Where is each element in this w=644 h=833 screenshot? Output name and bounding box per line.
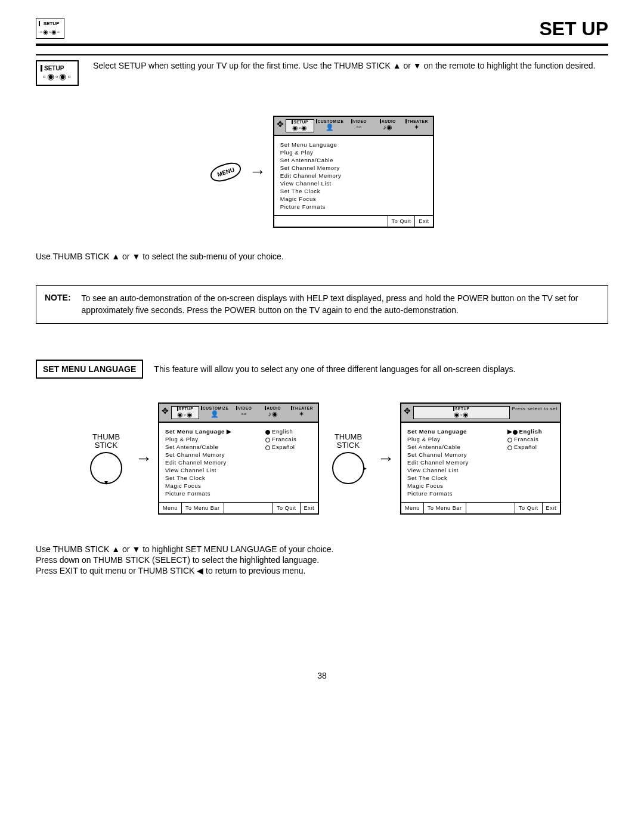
osd-footer: To Quit Exit: [274, 215, 433, 227]
osd-footer-bar: To Menu Bar: [182, 503, 224, 513]
arrow-right-icon: →: [377, 450, 394, 467]
osd-item: Plug & Play: [407, 435, 507, 443]
osd-item: Set Menu Language: [280, 141, 427, 148]
nav-cross-icon: ✥: [162, 406, 169, 419]
setup-icon-graphic: ▫◉◦◉▫: [40, 29, 60, 35]
osd-item: Edit Channel Memory: [280, 172, 427, 179]
setup-icon-big-graphic: ▫◉◦◉▫: [43, 72, 72, 81]
audio-tab-icon: ♪◉: [383, 123, 393, 131]
note-text: To see an auto-demonstration of the on-s…: [82, 293, 599, 316]
osd-tab-customize: CUSTOMIZE👤: [201, 406, 229, 419]
lang-opt: English: [265, 428, 312, 435]
osd-col-right: English Francais Español: [265, 428, 312, 497]
arrow-right-icon: →: [135, 450, 152, 467]
osd-tab-video: VIDEO▫▫: [345, 119, 372, 132]
osd-tab-customize: CUSTOMIZE👤: [316, 119, 344, 132]
note-label: NOTE:: [45, 293, 71, 316]
osd-item: Edit Channel Memory: [407, 459, 507, 466]
osd-item: View Channel List: [165, 466, 265, 474]
osd-footer-exit: Exit: [415, 216, 432, 227]
instruction-line: Press EXIT to quit menu or THUMB STICK ◀…: [36, 566, 608, 575]
osd-footer-quit: To Quit: [273, 503, 301, 513]
rule-thin: [36, 54, 608, 55]
osd-footer-spacer: [224, 503, 273, 513]
sub-instruction: Use THUMB STICK ▲ or ▼ to select the sub…: [36, 252, 608, 261]
thumb-stick-icon: [90, 452, 122, 484]
intro-row: SETUP ▫◉◦◉▫ Select SETUP when setting yo…: [36, 60, 608, 86]
osd-footer-spacer: [274, 216, 388, 227]
instruction-line: Use THUMB STICK ▲ or ▼ to highlight SET …: [36, 544, 608, 554]
osd-item: Magic Focus: [407, 482, 507, 490]
osd-footer: Menu To Menu Bar To Quit Exit: [401, 502, 560, 513]
osd-footer-bar: To Menu Bar: [424, 503, 466, 513]
osd-item: Magic Focus: [165, 482, 265, 490]
radio-icon: [265, 438, 270, 442]
thumb-stick-mid: THUMBSTICK: [325, 433, 371, 485]
osd-col-left: Set Menu Language ▶ Plug & Play Set Ante…: [165, 428, 265, 497]
osd-item: View Channel List: [280, 179, 427, 187]
section-tag: SET MENU LANGUAGE: [36, 360, 143, 379]
osd-step2: ✥ SETUP◉◦◉ Press select to set Set Menu …: [400, 402, 561, 515]
osd-footer-menu: Menu: [401, 503, 424, 513]
osd-item: Set The Clock: [407, 474, 507, 482]
radio-icon: [507, 445, 512, 450]
radio-icon: [507, 438, 512, 442]
intro-text: Select SETUP when setting your TV up for…: [93, 60, 595, 71]
video-tab-icon: ▫▫: [357, 123, 362, 131]
note-box: NOTE: To see an auto-demonstration of th…: [36, 285, 608, 324]
nav-cross-icon: ✥: [277, 119, 284, 132]
osd-item: Picture Formats: [165, 490, 265, 497]
osd-item: Edit Channel Memory: [165, 459, 265, 466]
osd-item: Picture Formats: [407, 490, 507, 497]
osd-item: Magic Focus: [280, 195, 427, 203]
osd-footer: Menu To Menu Bar To Quit Exit: [159, 502, 318, 513]
osd-item: Plug & Play: [165, 435, 265, 443]
osd-footer-quit: To Quit: [515, 503, 543, 513]
osd-tab-bar: ✥ SETUP◉◦◉ Press select to set: [401, 404, 560, 423]
menu-figure: MENU → ✥ SETUP◉◦◉ CUSTOMIZE👤 VIDEO▫▫ AUD…: [36, 116, 608, 228]
osd-item: Set The Clock: [165, 474, 265, 482]
thumb-stick-left: THUMBSTICK: [83, 433, 129, 485]
lang-opt: Francais: [507, 435, 554, 443]
osd-tab-setup: SETUP◉◦◉: [171, 406, 199, 419]
osd-item: Set Menu Language ▶: [165, 428, 265, 435]
osd-footer-quit: To Quit: [388, 216, 416, 227]
setup-icon-label: SETUP: [39, 21, 61, 26]
setup-tab-icon: ◉◦◉: [292, 124, 308, 132]
osd-tab-video: VIDEO▫▫: [231, 406, 258, 419]
setup-tab-icon: ◉◦◉: [177, 411, 193, 419]
page-header: SETUP ▫◉◦◉▫ Set Up: [36, 18, 608, 40]
radio-selected-icon: [513, 430, 518, 435]
osd-col-left: Set Menu Language Plug & Play Set Antenn…: [407, 428, 507, 497]
page-title: Set Up: [539, 18, 608, 40]
instructions-block: Use THUMB STICK ▲ or ▼ to highlight SET …: [36, 544, 608, 575]
osd-item: View Channel List: [407, 466, 507, 474]
section-header: SET MENU LANGUAGE This feature will allo…: [36, 360, 608, 379]
customize-tab-icon: 👤: [326, 123, 335, 131]
osd-item: Set Channel Memory: [165, 451, 265, 459]
theater-tab-icon: ✶: [414, 123, 420, 131]
rule-thick: [36, 44, 608, 46]
thumb-stick-label: THUMBSTICK: [83, 433, 129, 450]
osd-tab-audio: AUDIO♪◉: [259, 406, 286, 419]
instruction-line: Press down on THUMB STICK (SELECT) to se…: [36, 555, 608, 565]
osd-tab-setup: SETUP◉◦◉: [286, 119, 314, 132]
osd-item: Set Antenna/Cable: [165, 443, 265, 451]
dual-figure: THUMBSTICK → ✥ SETUP◉◦◉ CUSTOMIZE👤 VIDEO…: [36, 402, 608, 515]
thumb-stick-label: THUMBSTICK: [325, 433, 371, 450]
osd-tab-audio: AUDIO♪◉: [374, 119, 401, 132]
arrow-right-icon: ▶: [507, 428, 513, 435]
osd-tab-theater: THEATER✶: [403, 119, 430, 132]
osd-body: Set Menu Language Plug & Play Set Antenn…: [401, 423, 560, 502]
osd-item: Set Channel Memory: [280, 164, 427, 172]
lang-opt: Francais: [265, 435, 312, 443]
osd-footer-exit: Exit: [543, 503, 560, 513]
radio-icon: [265, 445, 270, 450]
thumb-stick-icon: [332, 452, 364, 484]
osd-item: Set The Clock: [280, 187, 427, 195]
radio-selected-icon: [265, 430, 270, 435]
osd-col-right: ▶English Francais Español: [507, 428, 554, 497]
osd-item: Set Channel Memory: [407, 451, 507, 459]
osd-item: Plug & Play: [280, 148, 427, 156]
osd-tab-bar: ✥ SETUP◉◦◉ CUSTOMIZE👤 VIDEO▫▫ AUDIO♪◉ TH…: [274, 117, 433, 136]
